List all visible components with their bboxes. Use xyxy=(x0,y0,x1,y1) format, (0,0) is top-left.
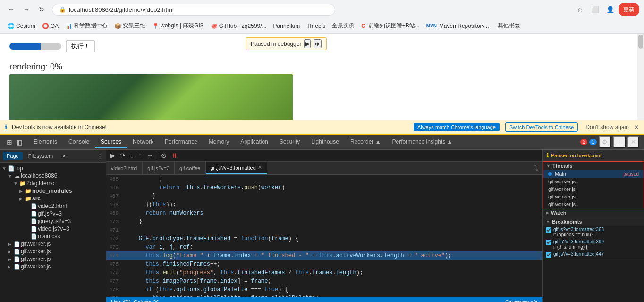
url-text: localhost:8086/2d/gifdemo/video2.html xyxy=(69,6,174,13)
code-editor[interactable]: 465 ; 466 return _this.freeWorkers.push(… xyxy=(106,175,542,297)
switch-chinese-button[interactable]: Switch DevTools to Chinese xyxy=(505,122,578,132)
bookmark-threejs[interactable]: Threejs xyxy=(304,22,328,30)
tree-item-gifworker4[interactable]: ▶ 📄 gif.worker.js xyxy=(0,263,106,270)
execute-button[interactable]: 执行！ xyxy=(66,40,95,52)
tree-item-top[interactable]: ▼ 📄 top xyxy=(0,164,106,172)
tree-item-gifworker2[interactable]: ▶ 📄 gif.worker.js xyxy=(0,248,106,255)
tab-security[interactable]: Security xyxy=(274,137,305,148)
bp-checkbox-2[interactable] xyxy=(546,240,551,245)
tab-network[interactable]: Network xyxy=(127,137,159,148)
file-tree-menu-button[interactable]: ⋮ xyxy=(97,153,103,160)
tree-item-node-modules[interactable]: ▶ 📁 node_modules xyxy=(0,187,106,195)
editor-tab-gifjs-formatted[interactable]: gif.js?v=3:formatted ✕ xyxy=(206,162,267,174)
cesium-icon: 🌐 xyxy=(8,23,15,29)
tab-lighthouse[interactable]: Lighthouse xyxy=(305,137,345,148)
tree-item-gifjs[interactable]: ▶ 📄 gif.js?v=3 xyxy=(0,210,106,217)
breakpoints-header[interactable]: ▼ Breakpoints xyxy=(543,217,644,226)
profile-button[interactable]: 👤 xyxy=(603,3,617,16)
tab-memory[interactable]: Memory xyxy=(203,137,235,148)
tab-application[interactable]: Application xyxy=(235,137,274,148)
thread-worker3[interactable]: gif.worker.js xyxy=(543,193,644,200)
server-icon: ☁ xyxy=(13,173,21,179)
line-number: 470 xyxy=(106,217,123,226)
editor-tab-gifjs[interactable]: gif.js?v=3 xyxy=(143,162,175,174)
thread-worker1[interactable]: gif.worker.js xyxy=(543,178,644,185)
address-bar[interactable]: 🔒 localhost:8086/2d/gifdemo/video2.html xyxy=(52,4,335,16)
thread-worker2[interactable]: gif.worker.js xyxy=(543,185,644,193)
bookmark-oa[interactable]: ⭕ OA xyxy=(39,22,61,30)
thread-main[interactable]: Main paused xyxy=(543,170,644,178)
bp-checkbox-3[interactable] xyxy=(546,252,551,258)
line-number: 471 xyxy=(106,226,123,234)
page-scrollbar[interactable] xyxy=(637,34,644,120)
resume-button[interactable]: ▶ xyxy=(304,39,311,48)
step-over-button[interactable]: ⏭ xyxy=(314,39,322,48)
reload-button[interactable]: ↻ xyxy=(35,3,48,16)
dont-show-link[interactable]: Don't show again xyxy=(585,124,629,130)
editor-area: ▶ ↷ ↓ ↑ → ⊘ ⏸ video2.html gif.js?v=3 gif… xyxy=(106,150,542,302)
tab-elements[interactable]: Elements xyxy=(28,137,63,148)
match-language-button[interactable]: Always match Chrome's language xyxy=(414,123,500,131)
tree-item-localhost[interactable]: ▼ ☁ localhost:8086 xyxy=(0,172,106,180)
update-button[interactable]: 更新 xyxy=(619,3,639,16)
step-button[interactable]: → xyxy=(144,151,155,160)
editor-tab-video2html[interactable]: video2.html xyxy=(106,162,143,174)
tree-item-gifdemo[interactable]: ▼ 📁 2d/gifdemo xyxy=(0,180,106,187)
step-into-button[interactable]: ↓ xyxy=(128,151,136,160)
step-out-button[interactable]: ↑ xyxy=(136,151,144,160)
tab-button[interactable]: ⬜ xyxy=(588,3,602,16)
tree-item-videojs[interactable]: ▶ 📄 video.js?v=3 xyxy=(0,225,106,233)
more-options-button[interactable]: ⋮ xyxy=(613,136,626,148)
bookmark-github[interactable]: 🐙 GitHub - zq2599/... xyxy=(208,22,270,30)
bookmark-maven[interactable]: MVN Maven Repository... xyxy=(424,22,492,30)
bookmark-webgis[interactable]: 📍 webgis | 麻辣GIS xyxy=(149,21,207,31)
tree-item-src[interactable]: ▶ 📁 src xyxy=(0,195,106,202)
watch-header[interactable]: ▶ Watch xyxy=(543,208,644,217)
paused-icon: ℹ xyxy=(547,152,549,158)
tree-item-gifworker1[interactable]: ▶ 📄 gif.worker.js xyxy=(0,240,106,248)
bookmark-cesium[interactable]: 🌐 Cesium xyxy=(5,22,38,30)
tab-performance-insights[interactable]: Performance insights ▲ xyxy=(387,137,458,148)
tab-performance[interactable]: Performance xyxy=(159,137,203,148)
deactivate-breakpoints-button[interactable]: ⊘ xyxy=(159,151,169,160)
tab-recorder[interactable]: Recorder ▲ xyxy=(345,137,387,148)
editor-tab-close-button[interactable]: ✕ xyxy=(258,164,262,171)
bookmark-more[interactable]: 其他书签 xyxy=(495,21,523,31)
threads-header[interactable]: ▼ Threads xyxy=(543,162,644,170)
bookmark-data-center[interactable]: 📊 科学数据中心 xyxy=(62,21,110,31)
filesystem-tab[interactable]: Filesystem xyxy=(25,152,57,160)
sync-scroll-button[interactable]: ⇅ xyxy=(532,164,541,173)
notification-close-button[interactable]: ✕ xyxy=(634,123,639,131)
line-content: this.log("frame " + frame.index + " fini… xyxy=(123,251,542,260)
devtools-dock-toggle[interactable]: ◧ xyxy=(14,138,24,147)
pause-resume-button[interactable]: ▶ xyxy=(108,151,117,160)
tab-sources[interactable]: Sources xyxy=(95,137,127,148)
tab-console[interactable]: Console xyxy=(63,137,95,148)
bookmark-frontend[interactable]: G 前端知识图谱+B站... xyxy=(358,21,422,31)
breakpoints-section: ▼ Breakpoints gif.js?v=3:formatted:363 i… xyxy=(543,217,644,259)
settings-button[interactable]: ⚙ xyxy=(599,136,611,148)
tree-item-maincss[interactable]: ▶ 📄 main.css xyxy=(0,233,106,240)
bp-item-1: gif.js?v=3:formatted:363 if (options == … xyxy=(543,226,644,238)
back-button[interactable]: ← xyxy=(5,3,18,16)
scrollbar-thumb xyxy=(638,35,643,49)
line-content: } xyxy=(123,192,542,200)
browser-chrome: ← → ↻ 🔒 localhost:8086/2d/gifdemo/video2… xyxy=(0,0,644,34)
bp-checkbox-1[interactable] xyxy=(546,227,551,233)
thread-worker4[interactable]: gif.worker.js xyxy=(543,200,644,208)
page-tab[interactable]: Page xyxy=(3,152,23,160)
more-tabs-button[interactable]: » xyxy=(59,152,69,160)
bookmark-pannellum[interactable]: Pannellum xyxy=(271,22,303,30)
tree-item-jqueryjs[interactable]: ▶ 📄 jquery.js?v=3 xyxy=(0,217,106,225)
close-devtools-button[interactable]: ✕ xyxy=(627,136,639,148)
tree-item-video2html[interactable]: ▶ 📄 video2.html xyxy=(0,202,106,210)
step-over-button[interactable]: ↷ xyxy=(118,151,127,160)
editor-tab-gifcoffee[interactable]: gif.coffee xyxy=(175,162,205,174)
pause-on-exceptions-button[interactable]: ⏸ xyxy=(169,151,180,160)
bookmark-button[interactable]: ☆ xyxy=(573,3,586,16)
bookmark-panorama[interactable]: 全景实例 xyxy=(329,21,357,31)
tree-item-gifworker3[interactable]: ▶ 📄 gif.worker.js xyxy=(0,255,106,263)
devtools-panel-toggle[interactable]: ⊞ xyxy=(5,138,14,147)
bookmark-3d[interactable]: 📦 实景三维 xyxy=(111,21,148,31)
forward-button[interactable]: → xyxy=(20,3,33,16)
